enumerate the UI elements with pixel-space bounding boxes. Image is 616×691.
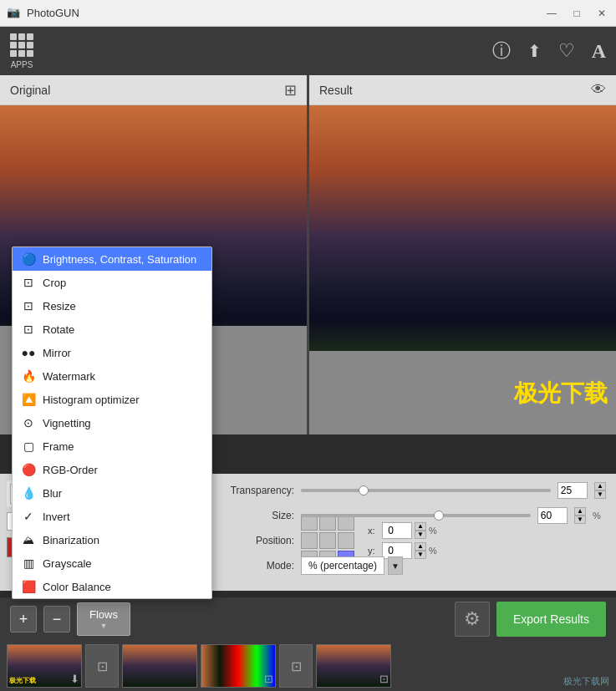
thumbnail-strip: 极光下载 ⬇ ⊡ ⊡ ⊡ ⊡ 极光下载网 — [0, 641, 616, 691]
frame-icon: ▢ — [21, 439, 36, 454]
menu-item-crop-label: Crop — [43, 277, 203, 289]
transparency-slider[interactable] — [301, 489, 551, 492]
menu-item-binarization-label: Binarization — [43, 534, 203, 546]
position-label: Position: — [227, 535, 294, 546]
x-input[interactable] — [382, 522, 412, 539]
menu-item-colorbalance[interactable]: 🟥 Color Balance — [13, 575, 211, 598]
pos-mr[interactable] — [338, 532, 354, 549]
x-spin-up[interactable]: ▲ — [415, 522, 426, 531]
menu-item-brightness-label: Brightness, Contrast, Saturation — [43, 253, 203, 266]
apps-label: APPS — [11, 60, 33, 69]
flows-button[interactable]: Flows ▼ — [77, 602, 130, 636]
menu-item-watermark[interactable]: 🔥 Watermark — [13, 364, 211, 388]
thumbnail-6[interactable]: ⊡ — [316, 644, 391, 688]
rotate-icon: ⊡ — [21, 322, 36, 337]
export-area: ⚙ Export Results — [455, 602, 606, 637]
vignetting-icon: ⊙ — [21, 415, 36, 430]
mode-dropdown-arrow[interactable]: ▼ — [388, 556, 403, 575]
size-input[interactable] — [537, 507, 568, 524]
maximize-button[interactable]: □ — [566, 4, 588, 23]
menu-item-blur-label: Blur — [43, 487, 203, 500]
size-thumb[interactable] — [434, 511, 444, 521]
pos-mc[interactable] — [319, 532, 336, 549]
x-label: x: — [368, 526, 379, 536]
menu-item-vignetting-label: Vignetting — [43, 417, 203, 429]
heart-icon[interactable]: ♡ — [558, 42, 575, 60]
font-icon[interactable]: A — [592, 41, 606, 61]
flows-label: Flows — [89, 608, 118, 621]
menu-item-resize-label: Resize — [43, 300, 203, 312]
menu-item-frame[interactable]: ▢ Frame — [13, 434, 211, 458]
x-row: x: ▲ ▼ % — [368, 522, 437, 539]
y-unit: % — [429, 546, 437, 556]
thumb-icon-2: ⊡ — [86, 645, 118, 687]
pos-ml[interactable] — [301, 532, 318, 549]
compare-icon[interactable]: ⊞ — [284, 81, 297, 99]
thumbnail-4[interactable]: ⊡ — [201, 644, 276, 688]
transparency-label: Transparency: — [227, 485, 294, 496]
menu-item-histogram[interactable]: 🔼 Histogram optimizer — [13, 388, 211, 411]
minus-button[interactable]: − — [43, 606, 70, 633]
menu-item-brightness[interactable]: 🔵 Brightness, Contrast, Saturation — [13, 247, 211, 271]
result-label: Result — [319, 84, 353, 97]
add-button[interactable]: + — [10, 606, 37, 633]
size-spin-down[interactable]: ▼ — [574, 516, 586, 524]
transparency-spin-up[interactable]: ▲ — [594, 482, 606, 490]
menu-item-colorbalance-label: Color Balance — [43, 581, 203, 593]
result-skyline: 极光下载 — [309, 105, 616, 434]
menu-item-mirror[interactable]: ●● Mirror — [13, 341, 211, 364]
size-slider[interactable] — [301, 514, 531, 517]
menu-item-rgb-label: RGB-Order — [43, 464, 203, 476]
x-spin-down[interactable]: ▼ — [415, 531, 426, 539]
menu-item-rotate[interactable]: ⊡ Rotate — [13, 318, 211, 341]
size-spin-up[interactable]: ▲ — [574, 507, 586, 516]
footer-bar: + − Flows ▼ ⚙ Export Results — [0, 597, 616, 641]
mode-select: % (percentage) ▼ — [301, 556, 403, 575]
mode-value[interactable]: % (percentage) — [301, 556, 384, 575]
close-button[interactable]: ✕ — [591, 4, 613, 23]
minimize-button[interactable]: — — [541, 4, 563, 23]
binarization-icon: ⛰ — [21, 532, 36, 547]
resize-icon: ⊡ — [21, 298, 36, 313]
titlebar: 📷 PhotoGUN — □ ✕ — [0, 0, 616, 27]
size-label: Size: — [227, 510, 294, 521]
menu-item-rotate-label: Rotate — [43, 323, 203, 336]
thumbnail-3[interactable] — [122, 644, 197, 688]
menu-item-grayscale-label: Grayscale — [43, 557, 203, 570]
menu-item-invert[interactable]: ✓ Invert — [13, 505, 211, 528]
share-icon[interactable]: ⬆ — [527, 43, 542, 59]
thumbnail-1[interactable]: 极光下载 ⬇ — [7, 644, 82, 688]
thumbnail-2[interactable]: ⊡ — [85, 644, 119, 688]
invert-icon: ✓ — [21, 509, 36, 524]
y-label: y: — [368, 546, 379, 556]
menu-item-crop[interactable]: ⊡ Crop — [13, 271, 211, 294]
menu-item-vignetting[interactable]: ⊙ Vignetting — [13, 411, 211, 434]
transparency-spin: ▲ ▼ — [594, 482, 606, 499]
brightness-icon: 🔵 — [21, 252, 36, 267]
info-icon[interactable]: ⓘ — [492, 42, 511, 60]
logo-watermark: 极光下载网 — [563, 675, 609, 688]
menu-item-resize[interactable]: ⊡ Resize — [13, 294, 211, 318]
y-spin-up[interactable]: ▲ — [415, 542, 426, 551]
menu-item-rgb[interactable]: 🔴 RGB-Order — [13, 458, 211, 481]
right-controls: Transparency: ▲ ▼ Size: ▲ ▼ % — [217, 474, 616, 591]
settings-button[interactable]: ⚙ — [455, 602, 490, 637]
apps-button[interactable]: APPS — [10, 33, 33, 69]
thumbnail-5[interactable]: ⊡ — [279, 644, 313, 688]
eye-icon[interactable]: 👁 — [591, 81, 606, 99]
toolbar-right-icons: ⓘ ⬆ ♡ A — [492, 41, 606, 61]
menu-item-binarization[interactable]: ⛰ Binarization — [13, 528, 211, 551]
watermark-icon: 🔥 — [21, 368, 36, 384]
export-button[interactable]: Export Results — [496, 602, 606, 637]
result-panel: Result 👁 极光下载 — [309, 75, 616, 434]
thumb-icon-5: ⊡ — [280, 645, 312, 687]
menu-item-grayscale[interactable]: ▥ Grayscale — [13, 551, 211, 575]
transparency-input[interactable] — [557, 482, 588, 499]
x-unit: % — [429, 526, 437, 536]
app-title: PhotoGUN — [27, 7, 79, 19]
transparency-thumb[interactable] — [359, 485, 369, 495]
grayscale-icon: ▥ — [21, 556, 36, 571]
menu-item-blur[interactable]: 💧 Blur — [13, 481, 211, 505]
transparency-spin-down[interactable]: ▼ — [594, 490, 606, 499]
mode-label: Mode: — [227, 560, 294, 572]
